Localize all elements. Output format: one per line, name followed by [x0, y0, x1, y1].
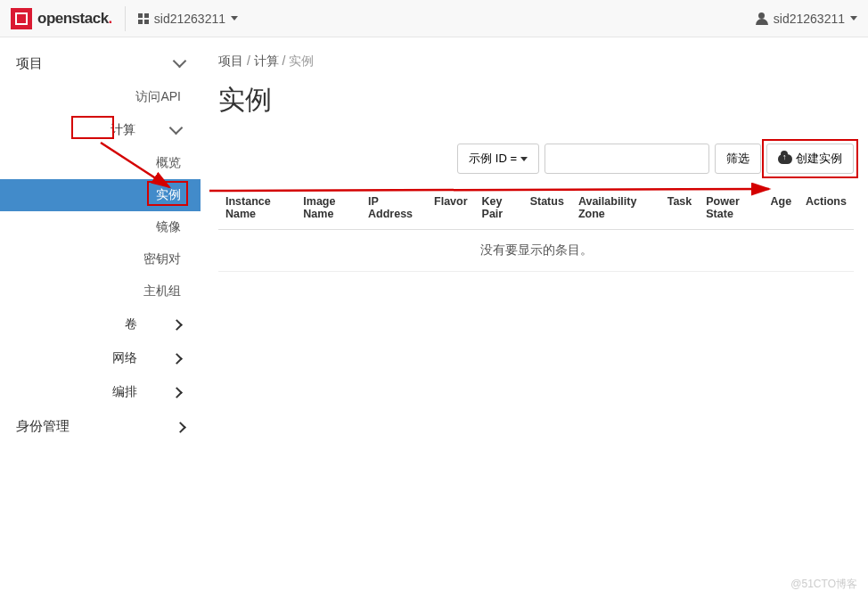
nav-volumes[interactable]: 卷 — [0, 308, 201, 341]
col-instance-name[interactable]: Instance Name — [218, 186, 296, 230]
col-ip-address[interactable]: IP Address — [361, 186, 427, 230]
col-age[interactable]: Age — [763, 186, 798, 230]
nav-hostgroups[interactable]: 主机组 — [0, 275, 201, 308]
nav-network[interactable]: 网络 — [0, 341, 201, 375]
table-empty-row: 没有要显示的条目。 — [218, 230, 854, 272]
instances-table: Instance Name Image Name IP Address Flav… — [218, 186, 854, 272]
breadcrumb-current: 实例 — [289, 53, 314, 68]
top-bar: openstack. sid21263211 sid21263211 — [0, 0, 868, 37]
brand-name: openstack. — [37, 10, 112, 28]
nav-images[interactable]: 镜像 — [0, 211, 201, 243]
create-instance-button[interactable]: 创建实例 — [766, 144, 854, 174]
col-flavor[interactable]: Flavor — [427, 186, 475, 230]
col-status[interactable]: Status — [523, 186, 571, 230]
col-power-state[interactable]: Power State — [699, 186, 763, 230]
main-content: 项目 / 计算 / 实例 实例 示例 ID = 筛选 创建实例 — [201, 37, 868, 444]
openstack-logo-icon — [11, 8, 32, 29]
divider — [125, 6, 126, 31]
chevron-down-icon — [175, 56, 184, 71]
highlight-box — [71, 116, 114, 139]
nav-compute[interactable]: 计算 — [0, 113, 201, 147]
breadcrumb-compute[interactable]: 计算 — [254, 53, 279, 68]
filter-button[interactable]: 筛选 — [715, 144, 761, 174]
sidebar: 项目 访问API 计算 概览 实例 镜像 密钥对 主机组 卷 — [0, 37, 201, 444]
nav-orchestration[interactable]: 编排 — [0, 375, 201, 409]
grid-icon — [138, 13, 149, 24]
table-header-row: Instance Name Image Name IP Address Flav… — [218, 186, 854, 230]
project-selector[interactable]: sid21263211 — [138, 12, 238, 26]
breadcrumb: 项目 / 计算 / 实例 — [218, 53, 854, 70]
nav-keypairs[interactable]: 密钥对 — [0, 243, 201, 275]
nav-project[interactable]: 项目 — [0, 46, 201, 81]
filter-type-dropdown[interactable]: 示例 ID = — [457, 144, 539, 174]
user-icon — [756, 12, 768, 25]
col-task[interactable]: Task — [660, 186, 700, 230]
breadcrumb-project[interactable]: 项目 — [218, 53, 243, 68]
caret-down-icon — [520, 157, 528, 161]
cloud-upload-icon — [778, 154, 792, 164]
page-title: 实例 — [218, 82, 854, 119]
col-actions: Actions — [798, 186, 854, 230]
nav-instances[interactable]: 实例 — [0, 179, 201, 211]
chevron-right-icon — [173, 385, 181, 399]
chevron-right-icon — [176, 420, 184, 434]
filter-input[interactable] — [545, 144, 709, 174]
col-image-name[interactable]: Image Name — [296, 186, 361, 230]
toolbar: 示例 ID = 筛选 创建实例 — [218, 144, 854, 174]
user-name: sid21263211 — [774, 12, 845, 26]
nav-overview[interactable]: 概览 — [0, 147, 201, 179]
chevron-right-icon — [173, 351, 181, 365]
caret-down-icon — [850, 16, 857, 21]
nav-identity[interactable]: 身份管理 — [0, 409, 201, 444]
empty-message: 没有要显示的条目。 — [218, 230, 854, 272]
col-key-pair[interactable]: Key Pair — [475, 186, 523, 230]
project-name: sid21263211 — [154, 12, 225, 26]
nav-api-access[interactable]: 访问API — [0, 81, 201, 113]
col-availability-zone[interactable]: Availability Zone — [571, 186, 660, 230]
user-menu[interactable]: sid21263211 — [756, 12, 857, 26]
chevron-right-icon — [173, 317, 181, 332]
chevron-down-icon — [171, 123, 181, 138]
caret-down-icon — [231, 16, 238, 21]
instances-table-wrap: Instance Name Image Name IP Address Flav… — [218, 186, 854, 272]
